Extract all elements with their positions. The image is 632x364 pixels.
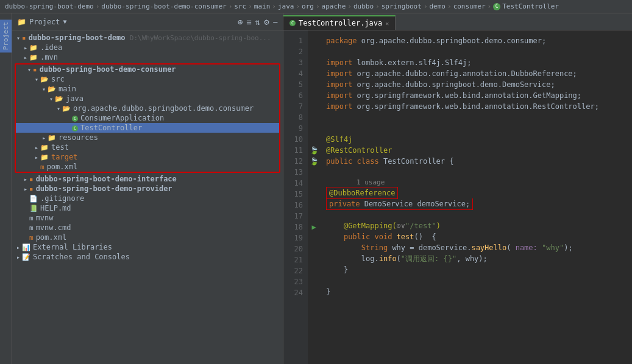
line-number: 1 <box>283 35 303 46</box>
tree-item-provider[interactable]: ▸ ▪ dubbo-spring-boot-demo-provider <box>12 184 283 194</box>
tree-item-scratches[interactable]: ▸ 📝 Scratches and Consoles <box>12 252 283 262</box>
code-line-21: } <box>326 264 632 275</box>
line-number: 9 <box>283 123 303 134</box>
expand-all-icon[interactable]: ≡ <box>246 17 251 27</box>
breadcrumb-item[interactable]: java <box>278 2 294 10</box>
close-tab-icon[interactable]: ✕ <box>385 20 389 27</box>
expand-arrow[interactable]: ▸ <box>33 154 40 161</box>
tree-item-interface[interactable]: ▸ ▪ dubbo-spring-boot-demo-interface <box>12 174 283 184</box>
tree-item-java[interactable]: ▾ 📂 java <box>16 94 279 103</box>
tree-item-gitignore[interactable]: 📄 .gitignore <box>12 194 283 203</box>
tree-item-help[interactable]: 📗 HELP.md <box>12 203 283 213</box>
tree-item-mvnw[interactable]: m mvnw <box>12 213 283 223</box>
java-file-icon: C <box>289 20 296 26</box>
breadcrumb-item[interactable]: main <box>254 2 271 10</box>
sidebar-toolbar: ⊕ ≡ ⇅ ⚙ − <box>238 17 278 27</box>
expand-arrow[interactable]: ▸ <box>40 135 48 141</box>
expand-arrow[interactable]: ▸ <box>22 186 29 192</box>
line-number: 22 <box>283 265 303 276</box>
breadcrumb-item[interactable]: consumer <box>453 2 486 10</box>
expand-arrow[interactable]: ▾ <box>26 66 33 73</box>
tree-item-test[interactable]: ▸ 📁 test <box>16 142 279 152</box>
breadcrumb-item[interactable]: dubbo-spring-boot-demo <box>5 2 94 10</box>
breadcrumb-item[interactable]: apache <box>322 2 346 10</box>
code-line-14: @DubboReference <box>326 187 632 198</box>
tree-item-test-controller[interactable]: C TestController <box>16 123 279 133</box>
tree-item-ext-libs[interactable]: ▸ 📊 External Libraries <box>12 242 283 252</box>
gutter-line <box>308 211 320 222</box>
gutter-line <box>308 46 320 57</box>
code-editor[interactable]: package org.apache.dubbo.springboot.demo… <box>320 30 632 364</box>
mvnwcmd-icon: m <box>29 224 34 232</box>
gutter-line-run[interactable]: ▶ <box>308 222 320 233</box>
breadcrumb-item[interactable]: org <box>302 2 314 10</box>
close-icon[interactable]: − <box>273 17 278 27</box>
gutter-line <box>308 134 320 145</box>
expand-arrow[interactable]: ▸ <box>33 144 40 151</box>
expand-arrow[interactable]: ▾ <box>40 86 48 93</box>
code-line-13 <box>326 167 632 178</box>
tree-label: TestController <box>80 124 142 132</box>
tree-item-src[interactable]: ▾ 📂 src <box>16 74 279 84</box>
tree-item-main[interactable]: ▾ 📂 main <box>16 84 279 94</box>
sidebar-title-label: Project <box>29 18 60 26</box>
gutter-line <box>308 287 320 298</box>
breadcrumb-item[interactable]: springboot <box>382 2 422 10</box>
tree-item-target[interactable]: ▸ 📁 target <box>16 152 279 162</box>
resources-folder-icon: 📁 <box>48 134 56 142</box>
code-line-20: log.info("调用返回: {}", why); <box>326 253 632 264</box>
tree-item-root[interactable]: ▾ ▪ dubbo-spring-boot-demo D:\WhyWorkSpa… <box>12 33 283 43</box>
tree-item-pom[interactable]: m pom.xml <box>16 162 279 172</box>
code-line-19: String why = demoService.sayHello( name:… <box>326 242 632 253</box>
expand-arrow[interactable]: ▸ <box>22 44 29 51</box>
tree-item-idea[interactable]: ▸ 📁 .idea <box>12 43 283 52</box>
expand-arrow[interactable]: ▾ <box>33 76 40 83</box>
tree-label: External Libraries <box>33 243 112 251</box>
pkg-folder-icon: 📂 <box>62 105 71 113</box>
expand-arrow[interactable]: ▾ <box>15 35 22 41</box>
code-line-10: @Slf4j <box>326 134 632 145</box>
editor-tab-testcontroller[interactable]: C TestController.java ✕ <box>283 15 396 30</box>
breadcrumb-item[interactable]: dubbo <box>353 2 374 10</box>
line-number: 12 <box>283 156 303 167</box>
sidebar-tree: ▾ ▪ dubbo-spring-boot-demo D:\WhyWorkSpa… <box>12 30 283 364</box>
gutter-line <box>308 79 320 90</box>
collapse-all-icon[interactable]: ⇅ <box>255 17 260 27</box>
code-line-5: import org.apache.dubbo.springboot.demo.… <box>326 79 632 90</box>
gutter: 🍃 🍃 ▶ <box>308 30 320 364</box>
tree-item-mvnwcmd[interactable]: m mvnw.cmd <box>12 223 283 233</box>
gutter-line <box>308 276 320 287</box>
tree-item-mvn[interactable]: ▸ 📁 .mvn <box>12 52 283 62</box>
code-line-22 <box>326 275 632 286</box>
expand-arrow[interactable]: ▸ <box>22 54 29 61</box>
gutter-line-leaf[interactable]: 🍃 <box>308 145 320 156</box>
settings-icon[interactable]: ⚙ <box>264 17 269 27</box>
expand-arrow[interactable]: ▸ <box>22 176 29 183</box>
tree-item-pkg[interactable]: ▾ 📂 org.apache.dubbo.springboot.demo.con… <box>16 103 279 113</box>
gutter-line <box>308 35 320 46</box>
gutter-line <box>308 123 320 134</box>
mvnw-icon: m <box>29 214 34 222</box>
tree-item-consumer[interactable]: ▾ ▪ dubbo-spring-boot-demo-consumer <box>16 65 279 74</box>
expand-arrow[interactable]: ▸ <box>15 254 22 261</box>
line-number: 15 <box>283 189 303 200</box>
breadcrumb-item[interactable]: demo <box>430 2 446 10</box>
expand-arrow[interactable]: ▾ <box>55 105 62 112</box>
module-icon: ▪ <box>22 34 26 42</box>
tree-label: ConsumerApplication <box>80 114 164 122</box>
locate-icon[interactable]: ⊕ <box>238 17 243 27</box>
chevron-down-icon[interactable]: ▼ <box>63 18 67 25</box>
code-line-18: public void test() { <box>326 231 632 242</box>
expand-arrow[interactable]: ▸ <box>15 244 22 251</box>
expand-arrow[interactable]: ▾ <box>48 96 55 102</box>
tree-item-pom-root[interactable]: m pom.xml <box>12 233 283 242</box>
tree-label: pom.xml <box>47 163 78 171</box>
breadcrumb-item[interactable]: src <box>234 2 246 10</box>
tree-item-resources[interactable]: ▸ 📁 resources <box>16 133 279 142</box>
class-dot-icon: C <box>72 125 78 131</box>
project-tab[interactable]: Project <box>0 19 12 52</box>
gutter-line-leaf[interactable]: 🍃 <box>308 156 320 167</box>
breadcrumb-item[interactable]: dubbo-spring-boot-demo-consumer <box>101 2 226 10</box>
line-number: 6 <box>283 90 303 101</box>
tree-item-consumer-app[interactable]: C ConsumerApplication <box>16 113 279 123</box>
